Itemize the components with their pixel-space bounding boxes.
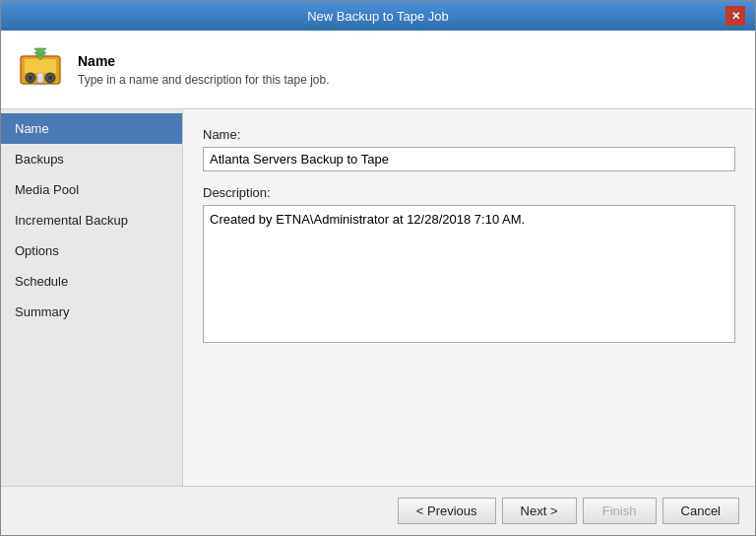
sidebar-item-schedule[interactable]: Schedule <box>1 266 182 297</box>
sidebar-item-backups[interactable]: Backups <box>1 144 182 174</box>
next-button[interactable]: Next > <box>502 498 577 524</box>
previous-button[interactable]: < Previous <box>398 498 496 524</box>
sidebar-item-summary[interactable]: Summary <box>1 297 182 327</box>
svg-point-5 <box>48 76 52 80</box>
main-window: New Backup to Tape Job ✕ <box>0 0 756 536</box>
svg-rect-6 <box>37 73 43 83</box>
header-text: Name Type in a name and description for … <box>78 53 330 87</box>
description-textarea[interactable]: Created by ETNA\Administrator at 12/28/2… <box>203 205 735 343</box>
content-area: Name: Description: Created by ETNA\Admin… <box>183 109 755 486</box>
cancel-button[interactable]: Cancel <box>662 498 739 524</box>
window-title: New Backup to Tape Job <box>31 9 725 24</box>
sidebar-item-options[interactable]: Options <box>1 235 182 266</box>
description-label: Description: <box>203 185 735 200</box>
sidebar-item-incremental-backup[interactable]: Incremental Backup <box>1 205 182 235</box>
name-form-group: Name: <box>203 127 735 171</box>
tape-icon-container <box>17 46 64 94</box>
main-content: Name Backups Media Pool Incremental Back… <box>1 109 755 486</box>
tape-icon <box>17 46 64 94</box>
finish-button[interactable]: Finish <box>583 498 657 524</box>
header-section: Name Type in a name and description for … <box>1 31 755 109</box>
name-label: Name: <box>203 127 735 142</box>
header-title: Name <box>78 53 330 69</box>
svg-point-3 <box>29 76 32 80</box>
header-description: Type in a name and description for this … <box>78 73 330 87</box>
sidebar-item-media-pool[interactable]: Media Pool <box>1 174 182 205</box>
sidebar-item-name[interactable]: Name <box>1 113 182 144</box>
name-input[interactable] <box>203 147 735 171</box>
description-form-group: Description: Created by ETNA\Administrat… <box>203 185 735 346</box>
svg-rect-1 <box>25 59 56 73</box>
footer: < Previous Next > Finish Cancel <box>1 486 755 535</box>
title-bar: New Backup to Tape Job ✕ <box>1 1 755 31</box>
close-button[interactable]: ✕ <box>725 6 745 26</box>
sidebar: Name Backups Media Pool Incremental Back… <box>1 109 183 486</box>
